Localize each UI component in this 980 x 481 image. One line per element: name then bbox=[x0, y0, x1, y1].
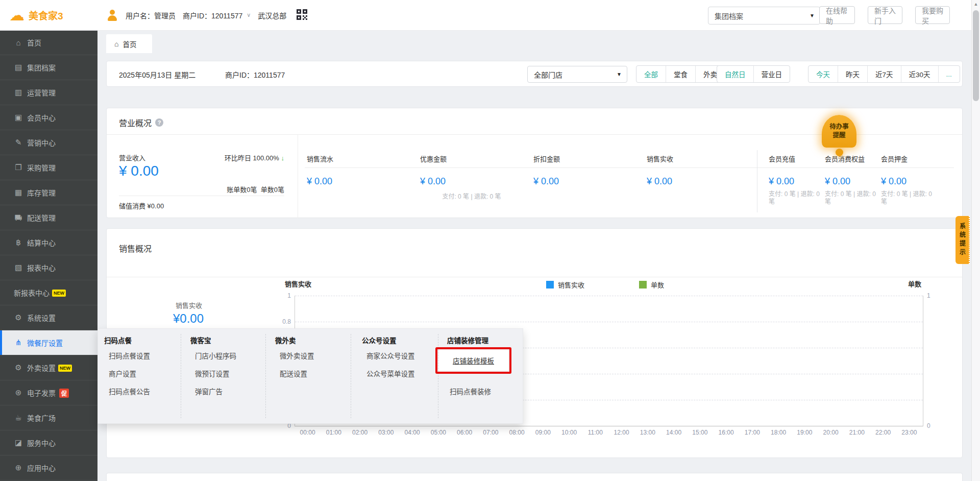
stat-label: 会员押金 bbox=[881, 154, 908, 163]
store-select-value: 全部门店 bbox=[534, 69, 562, 80]
qr-code-icon[interactable] bbox=[297, 9, 307, 21]
merchant-id-label: 商户ID：12011577 bbox=[225, 61, 285, 87]
menu-item-delivery-settings[interactable]: 配送设置 bbox=[280, 368, 307, 378]
sidebar-item-settlement[interactable]: ฿ 结算中心 bbox=[0, 230, 97, 255]
sidebar-item-e-invoice[interactable]: ⊛ 电子发票促 bbox=[0, 380, 97, 405]
menu-item-popup-ads[interactable]: 弹窗广告 bbox=[195, 386, 223, 396]
system-tip-tab[interactable]: 系统提示 bbox=[955, 216, 970, 264]
topbar: ☁ 美食家3 用户名：管理员 商户ID：12011577 ∨ 武汉总部 bbox=[0, 0, 971, 31]
sidebar-item-member-center[interactable]: ▣ 会员中心 bbox=[0, 105, 97, 130]
filter-all[interactable]: 全部 bbox=[636, 66, 666, 82]
divider bbox=[119, 196, 284, 196]
x-axis-tick: 12:00 bbox=[608, 429, 634, 436]
gridline bbox=[295, 296, 923, 296]
page-scrollbar[interactable]: ▲ bbox=[971, 0, 980, 481]
sidebar-item-reports[interactable]: ▧ 报表中心 bbox=[0, 255, 97, 280]
revenue-block: 营业收入 环比昨日 100.00% ↓ ¥ 0.00 账单数0笔 单数0笔 储值… bbox=[107, 134, 298, 218]
sidebar-item-marketing-center[interactable]: ✎ 营销中心 bbox=[0, 130, 97, 155]
stat-subtext: 支付: 0 笔 | 退款: 0 笔 bbox=[418, 191, 525, 200]
menu-item-scan-order-notice[interactable]: 扫码点餐公告 bbox=[109, 386, 150, 396]
online-help-button[interactable]: 在线帮助 bbox=[819, 6, 855, 24]
stat-value: ¥ 0.00 bbox=[881, 176, 906, 187]
current-date-label: 2025年05月13日 星期二 bbox=[119, 61, 195, 87]
sidebar-item-label: 系统设置 bbox=[27, 312, 56, 323]
select-caret-icon: ▼ bbox=[810, 13, 815, 18]
scrollbar-thumb[interactable] bbox=[973, 10, 979, 101]
sidebar-item-micro-restaurant-settings[interactable]: ⋔ 微餐厅设置 bbox=[0, 330, 97, 355]
invoice-icon: ⊛ bbox=[13, 388, 23, 397]
revenue-label: 营业收入 bbox=[119, 153, 145, 162]
filter-last7[interactable]: 近7天 bbox=[867, 66, 901, 82]
beginner-guide-button[interactable]: 新手入门 bbox=[868, 6, 902, 24]
user-area: 用户名：管理员 商户ID：12011577 ∨ 武汉总部 bbox=[106, 0, 307, 30]
business-overview-title: 营业概况 bbox=[119, 116, 152, 129]
x-axis-tick: 14:00 bbox=[661, 429, 687, 436]
cup-icon: ☕ bbox=[13, 413, 23, 422]
filter-yesterday[interactable]: 昨天 bbox=[838, 66, 867, 82]
menu-item-store-miniprogram-code[interactable]: 门店小程序码 bbox=[195, 350, 236, 360]
sidebar-item-label: 采购管理 bbox=[27, 162, 56, 173]
x-axis-tick: 16:00 bbox=[713, 429, 739, 436]
sidebar-item-operations[interactable]: ▥ 运营管理 bbox=[0, 80, 97, 105]
filter-last30[interactable]: 近30天 bbox=[901, 66, 938, 82]
filter-dine-in[interactable]: 堂食 bbox=[666, 66, 695, 82]
help-icon[interactable]: ? bbox=[155, 118, 163, 127]
menu-group-title: 扫码点餐 bbox=[104, 335, 132, 345]
sidebar-item-takeout-settings[interactable]: ⚙ 外卖设置NEW bbox=[0, 355, 97, 380]
menu-item-shop-decoration-template[interactable]: 店铺装修模板 bbox=[438, 350, 508, 371]
sidebar-item-system-settings[interactable]: ⚙ 系统设置 bbox=[0, 305, 97, 330]
sidebar-item-label: 新报表中心NEW bbox=[14, 287, 66, 298]
stat-label: 销售流水 bbox=[307, 154, 333, 163]
sidebar-item-new-reports[interactable]: 新报表中心NEW bbox=[0, 280, 97, 305]
menu-divider bbox=[181, 334, 181, 418]
sidebar-item-label: 库存管理 bbox=[27, 187, 56, 198]
menu-item-official-account-settings[interactable]: 商家公众号设置 bbox=[366, 350, 415, 360]
group-archive-select[interactable]: 集团档案 ▼ bbox=[708, 7, 820, 25]
stat-subtext: 支付: 0 笔 | 退款: 0 笔 bbox=[881, 190, 934, 206]
sidebar-item-food-plaza[interactable]: ☕ 美食广场 bbox=[0, 405, 97, 430]
filter-natural-day[interactable]: 自然日 bbox=[717, 66, 753, 82]
cloud-logo-icon: ☁ bbox=[9, 8, 24, 23]
x-axis-tick: 06:00 bbox=[452, 429, 478, 436]
stat-subtext: 支付: 0 笔 | 退款: 0 笔 bbox=[825, 190, 878, 206]
id-card-icon: ▣ bbox=[13, 113, 23, 122]
sales-overview-header: 销售概况 bbox=[107, 229, 962, 277]
merchant-id-dropdown[interactable]: 商户ID：12011577 bbox=[183, 10, 242, 20]
tab-home[interactable]: ⌂ 首页 bbox=[106, 34, 152, 53]
x-axis-tick: 23:00 bbox=[896, 429, 922, 436]
sidebar-item-app-center[interactable]: ⊕ 应用中心 bbox=[0, 455, 97, 480]
menu-item-scan-order-decoration[interactable]: 扫码点餐装修 bbox=[450, 386, 491, 396]
y-left-axis-title: 销售实收 bbox=[285, 279, 311, 288]
filter-more[interactable]: ... bbox=[938, 66, 960, 82]
divider bbox=[757, 150, 757, 212]
select-caret-icon: ▼ bbox=[617, 71, 622, 77]
sidebar-item-inventory[interactable]: ▦ 库存管理 bbox=[0, 180, 97, 205]
sales-overview-title: 销售概况 bbox=[119, 242, 152, 254]
legend-sales[interactable]: 销售实收 bbox=[546, 280, 584, 290]
x-axis-tick: 05:00 bbox=[425, 429, 451, 436]
sidebar-item-purchase[interactable]: ❐ 采购管理 bbox=[0, 155, 97, 180]
sidebar-item-group-archive[interactable]: ▤ 集团档案 bbox=[0, 55, 97, 80]
menu-item-micro-reservation-settings[interactable]: 微预订设置 bbox=[195, 368, 230, 378]
legend-orders[interactable]: 单数 bbox=[639, 280, 664, 290]
store-select[interactable]: 全部门店 ▼ bbox=[527, 66, 627, 83]
filter-business-day[interactable]: 营业日 bbox=[753, 66, 790, 82]
sidebar-item-label: 配送管理 bbox=[27, 212, 56, 223]
stat-value: ¥ 0.00 bbox=[647, 176, 672, 187]
buy-button[interactable]: 我要购买 bbox=[915, 6, 950, 24]
stat-value: ¥ 0.00 bbox=[825, 176, 850, 187]
sidebar-item-delivery[interactable]: ⛟ 配送管理 bbox=[0, 205, 97, 230]
menu-item-official-account-menu-settings[interactable]: 公众号菜单设置 bbox=[366, 368, 415, 378]
filter-today[interactable]: 今天 bbox=[808, 66, 838, 82]
menu-item-merchant-settings[interactable]: 商户设置 bbox=[109, 368, 136, 378]
sidebar-item-home[interactable]: ⌂ 首页 bbox=[0, 30, 97, 55]
sidebar-item-service-center[interactable]: ◪ 服务中心 bbox=[0, 430, 97, 455]
sidebar-item-label: 应用中心 bbox=[27, 463, 56, 473]
menu-item-micro-takeout-settings[interactable]: 微外卖设置 bbox=[280, 350, 314, 360]
x-axis-tick: 04:00 bbox=[399, 429, 425, 436]
stat-label: 会员消费权益 bbox=[825, 154, 865, 163]
app-screen: ☁ 美食家3 用户名：管理员 商户ID：12011577 ∨ 武汉总部 bbox=[0, 0, 980, 481]
menu-item-scan-order-settings[interactable]: 扫码点餐设置 bbox=[109, 350, 150, 360]
chevron-down-icon[interactable]: ∨ bbox=[247, 12, 251, 18]
scroll-up-arrow[interactable]: ▲ bbox=[972, 2, 980, 7]
